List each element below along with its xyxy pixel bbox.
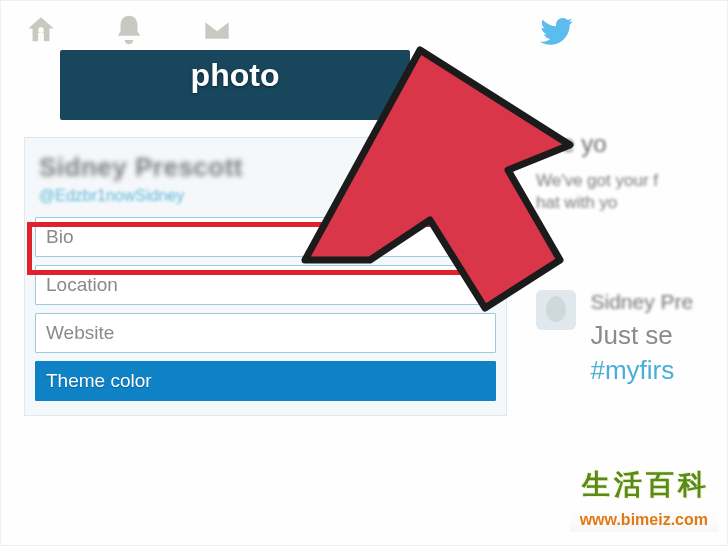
- side-line1: We've got your f: [536, 170, 728, 192]
- feed-preview: Sidney Pre Just se #myfirs: [536, 290, 728, 386]
- location-input[interactable]: Location: [35, 265, 496, 305]
- feed-username[interactable]: Sidney Pre: [590, 290, 693, 314]
- screenshot-stage: photo Sidney Prescott @Edzbr1nowSidney B…: [0, 0, 728, 546]
- side-line2: hat with yo: [536, 192, 728, 214]
- onboarding-side-text: ose yo We've got your f hat with yo: [536, 130, 728, 214]
- feed-body: Just se: [590, 320, 693, 351]
- bio-input[interactable]: Bio: [35, 217, 496, 257]
- website-input[interactable]: Website: [35, 313, 496, 353]
- home-icon[interactable]: [24, 13, 58, 47]
- profile-handle: @Edzbr1nowSidney: [39, 187, 500, 205]
- side-heading: ose yo: [536, 130, 728, 158]
- profile-name[interactable]: Sidney Prescott: [39, 152, 500, 183]
- feed-hashtag[interactable]: #myfirs: [590, 355, 693, 386]
- edit-profile-panel: Sidney Prescott @Edzbr1nowSidney Bio Loc…: [24, 137, 507, 416]
- watermark-url: www.bimeiz.com: [570, 508, 718, 532]
- avatar[interactable]: [536, 290, 576, 330]
- messages-icon[interactable]: [200, 13, 234, 47]
- svg-point-0: [38, 27, 44, 33]
- profile-name-block: Sidney Prescott @Edzbr1nowSidney: [25, 138, 506, 209]
- watermark-cn: 生活百科: [582, 466, 710, 504]
- twitter-bird-icon[interactable]: [540, 14, 574, 48]
- header-photo-label: photo: [191, 57, 280, 93]
- theme-color-button[interactable]: Theme color: [35, 361, 496, 401]
- notifications-icon[interactable]: [112, 13, 146, 47]
- header-photo-card[interactable]: photo: [60, 50, 410, 120]
